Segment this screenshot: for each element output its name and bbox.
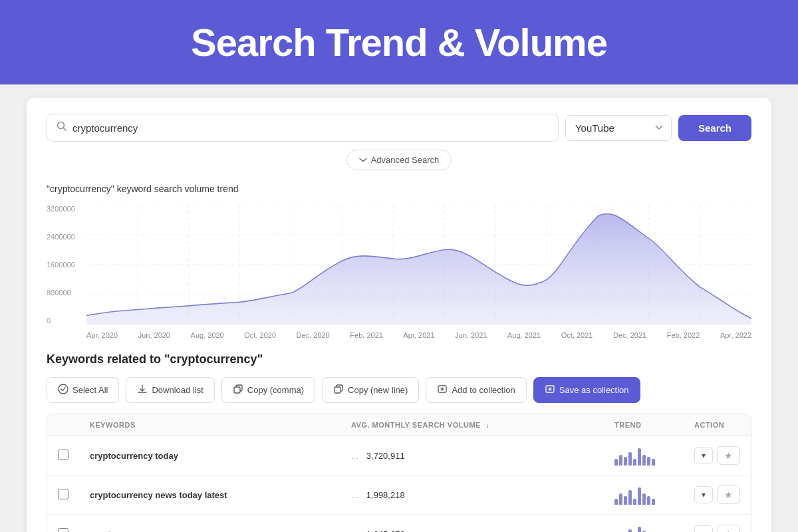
row-checkbox-cell: [47, 515, 79, 533]
trend-bar: [652, 499, 655, 505]
svg-rect-19: [234, 387, 240, 393]
row-star-button[interactable]: ★: [717, 525, 740, 532]
main-card: YouTube Google Amazon Bing Search Advanc…: [27, 98, 771, 532]
trend-bar: [628, 490, 632, 505]
table-row: cryptocurrency today...3,720,911 ▾ ★: [47, 436, 751, 475]
volume-cell: ...3,720,911: [340, 436, 604, 475]
sort-icon: ↓: [485, 421, 489, 429]
download-list-button[interactable]: Download list: [126, 377, 214, 403]
page-title: Search Trend & Volume: [13, 20, 785, 65]
chevron-down-icon: [359, 155, 367, 165]
search-icon: [57, 121, 67, 134]
chart-y-labels: 3200000 2400000 1600000 800000 0: [47, 205, 86, 325]
trend-bars: [614, 524, 673, 532]
y-label-2: 1600000: [47, 261, 81, 269]
trend-bars: [614, 485, 673, 505]
row-actions: ▾ ★: [694, 446, 740, 465]
row-star-button[interactable]: ★: [717, 446, 740, 465]
y-label-3: 800000: [47, 289, 81, 297]
trend-bar: [638, 448, 641, 466]
search-button[interactable]: Search: [678, 115, 751, 141]
trend-bar: [633, 459, 636, 466]
trend-cell: [604, 515, 684, 533]
trend-bars: [614, 446, 673, 466]
col-volume[interactable]: AVG. MONTHLY SEARCH VOLUME ↓: [340, 414, 604, 436]
row-checkbox[interactable]: [58, 528, 68, 533]
copy-comma-icon: [233, 384, 243, 396]
table-header-row: KEYWORDS AVG. MONTHLY SEARCH VOLUME ↓ TR…: [47, 414, 751, 436]
row-dropdown-button[interactable]: ▾: [694, 447, 713, 464]
keywords-section-title: Keywords related to "cryptocurrency": [47, 352, 751, 366]
keyword-cell: cryptocurrency news today latest: [79, 475, 340, 515]
copy-newline-label: Copy (new line): [348, 385, 408, 395]
advanced-search-label: Advanced Search: [371, 155, 440, 165]
select-all-label: Select All: [72, 385, 108, 395]
trend-cell: [604, 475, 684, 515]
add-to-collection-button[interactable]: Add to collection: [426, 377, 526, 403]
row-actions: ▾ ★: [694, 525, 740, 532]
y-label-4: 0: [47, 317, 81, 325]
trend-bar: [628, 452, 632, 466]
search-input[interactable]: [72, 122, 549, 134]
copy-comma-button[interactable]: Copy (comma): [221, 377, 315, 403]
chart-svg: [86, 205, 751, 325]
select-all-button[interactable]: Select All: [47, 377, 119, 403]
copy-comma-label: Copy (comma): [247, 385, 304, 395]
trend-bar: [614, 459, 618, 466]
trend-bar: [642, 455, 646, 466]
trend-bar: [628, 529, 632, 532]
ellipsis: ...: [351, 490, 358, 500]
y-label-1: 2400000: [47, 233, 81, 241]
trend-bar: [619, 455, 622, 466]
volume-value: 1,645,672: [366, 529, 405, 533]
chart-area: 3200000 2400000 1600000 800000 0: [47, 205, 751, 325]
trend-bar: [647, 457, 650, 466]
save-as-collection-label: Save as collection: [559, 385, 629, 395]
trend-bar: [642, 493, 646, 505]
action-bar: Select All Download list Copy (comma): [47, 377, 751, 403]
trend-bar: [624, 496, 627, 505]
advanced-search-row: Advanced Search: [47, 150, 751, 170]
volume-value: 3,720,911: [366, 451, 405, 461]
platform-select[interactable]: YouTube Google Amazon Bing: [565, 115, 672, 141]
save-collection-icon: [545, 384, 555, 396]
volume-cell: ...1,645,672: [340, 515, 604, 533]
action-cell: ▾ ★: [684, 436, 751, 475]
keywords-table: KEYWORDS AVG. MONTHLY SEARCH VOLUME ↓ TR…: [47, 414, 751, 532]
row-star-button[interactable]: ★: [717, 485, 740, 504]
trend-bar: [652, 459, 655, 466]
trend-bar: [619, 493, 622, 505]
trend-cell: [604, 436, 684, 475]
svg-rect-20: [334, 387, 340, 393]
chart-title: "cryptocurrency" keyword search volume t…: [47, 184, 751, 194]
volume-cell: ...1,998,218: [340, 475, 604, 515]
chart-area-fill: [86, 213, 751, 325]
trend-bar: [633, 499, 636, 505]
trend-bar: [647, 496, 650, 505]
select-all-icon: [58, 384, 68, 396]
trend-bar: [624, 457, 627, 466]
table-row: cryptocurrency news today latest...1,998…: [47, 475, 751, 515]
col-trend: TREND: [604, 414, 684, 436]
action-cell: ▾ ★: [684, 475, 751, 515]
keyword-cell: cryptocurrency: [79, 515, 340, 533]
save-as-collection-button[interactable]: Save as collection: [533, 377, 640, 403]
copy-newline-icon: [333, 384, 344, 396]
copy-newline-button[interactable]: Copy (new line): [322, 377, 419, 403]
keyword-cell: cryptocurrency today: [79, 436, 340, 475]
add-collection-icon: [437, 384, 448, 396]
trend-bar: [614, 499, 618, 505]
col-keywords: KEYWORDS: [79, 414, 340, 436]
advanced-search-button[interactable]: Advanced Search: [346, 150, 452, 170]
y-label-0: 3200000: [47, 205, 81, 213]
row-dropdown-button[interactable]: ▾: [694, 525, 713, 532]
row-checkbox[interactable]: [58, 489, 68, 499]
row-actions: ▾ ★: [694, 485, 740, 504]
ellipsis: ...: [351, 529, 358, 533]
row-checkbox[interactable]: [58, 450, 68, 460]
col-checkbox: [47, 414, 79, 436]
action-cell: ▾ ★: [684, 515, 751, 533]
col-action: ACTION: [684, 414, 751, 436]
row-dropdown-button[interactable]: ▾: [694, 486, 713, 503]
trend-bar: [638, 527, 641, 532]
